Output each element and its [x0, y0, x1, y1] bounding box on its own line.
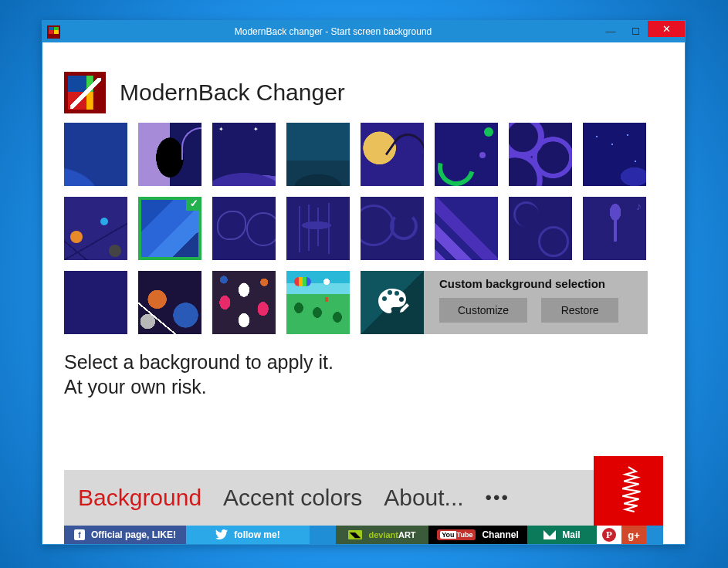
social-mail[interactable]: Mail	[527, 526, 597, 544]
social-bar: f Official page, LIKE! follow me! ◥◣ dev…	[64, 526, 663, 544]
background-tile[interactable]	[509, 197, 572, 260]
app-window: ModernBack changer - Start screen backgr…	[42, 20, 686, 545]
background-tile[interactable]	[509, 123, 572, 186]
social-googleplus[interactable]: g+	[621, 526, 646, 544]
restore-button[interactable]: Restore	[541, 298, 618, 323]
hint-line-2: At your own risk.	[64, 374, 663, 399]
background-tile[interactable]	[64, 271, 127, 334]
window-title: ModernBack changer - Start screen backgr…	[66, 26, 685, 37]
minimize-button[interactable]: —	[598, 23, 623, 39]
custom-panel-body: Custom background selection Customize Re…	[432, 271, 648, 334]
more-button[interactable]: •••	[486, 487, 510, 509]
mail-icon	[543, 530, 556, 539]
facebook-icon: f	[74, 529, 85, 540]
background-tile[interactable]	[286, 271, 350, 334]
background-tile[interactable]	[583, 197, 646, 260]
youtube-icon: Tube	[437, 529, 476, 540]
background-tile[interactable]	[212, 197, 276, 260]
social-twitter[interactable]: follow me!	[186, 526, 310, 544]
social-youtube[interactable]: Tube Channel	[428, 526, 527, 544]
hint-line-1: Select a background to apply it.	[64, 350, 663, 374]
background-tile[interactable]	[286, 123, 350, 186]
social-pinterest[interactable]: P	[597, 526, 621, 544]
social-gap	[310, 526, 336, 544]
tab-accent-colors[interactable]: Accent colors	[223, 485, 362, 511]
customize-button[interactable]: Customize	[439, 298, 527, 323]
window-controls: — ✕	[598, 21, 685, 37]
deviantart-label: deviantART	[368, 530, 415, 539]
background-tile[interactable]	[138, 123, 201, 186]
background-tile[interactable]	[286, 197, 350, 260]
app-header: ModernBack Changer	[64, 72, 663, 113]
background-tile[interactable]	[583, 123, 646, 186]
mail-label: Mail	[562, 529, 580, 540]
googleplus-icon: g+	[628, 529, 640, 541]
palette-icon	[361, 271, 424, 334]
background-tile[interactable]	[212, 123, 276, 186]
background-tile-selected[interactable]	[138, 197, 201, 260]
background-tile[interactable]	[361, 123, 424, 186]
maximize-button[interactable]	[623, 23, 648, 39]
background-tile[interactable]	[64, 197, 127, 260]
background-tile[interactable]	[435, 123, 498, 186]
app-large-icon	[64, 72, 106, 113]
content-area: ModernBack Changer	[42, 42, 685, 544]
titlebar: ModernBack changer - Start screen backgr…	[42, 21, 685, 42]
social-deviantart[interactable]: ◥◣ deviantART	[336, 526, 428, 544]
custom-background-panel: Custom background selection Customize Re…	[361, 271, 648, 334]
background-tile[interactable]	[435, 197, 498, 260]
background-tile[interactable]	[212, 271, 276, 334]
twitter-icon	[215, 529, 228, 540]
social-facebook[interactable]: f Official page, LIKE!	[64, 526, 186, 544]
youtube-label: Channel	[482, 529, 518, 540]
bottom-tab-bar: Background Accent colors About... •••	[64, 470, 663, 526]
pinterest-icon: P	[602, 528, 616, 542]
facebook-label: Official page, LIKE!	[91, 529, 176, 540]
tab-about[interactable]: About...	[384, 485, 463, 511]
background-tile[interactable]	[361, 197, 424, 260]
app-small-icon	[47, 25, 60, 39]
hint-text: Select a background to apply it. At your…	[64, 350, 663, 399]
app-title: ModernBack Changer	[120, 79, 345, 106]
twitter-label: follow me!	[234, 529, 279, 540]
background-grid: Custom background selection Customize Re…	[64, 123, 663, 334]
tab-background[interactable]: Background	[78, 485, 201, 511]
close-button[interactable]: ✕	[648, 21, 685, 37]
background-tile[interactable]	[138, 271, 201, 334]
custom-panel-title: Custom background selection	[439, 277, 640, 290]
background-tile[interactable]	[64, 123, 127, 186]
brand-logo	[594, 456, 663, 526]
deviantart-icon: ◥◣	[348, 530, 362, 539]
